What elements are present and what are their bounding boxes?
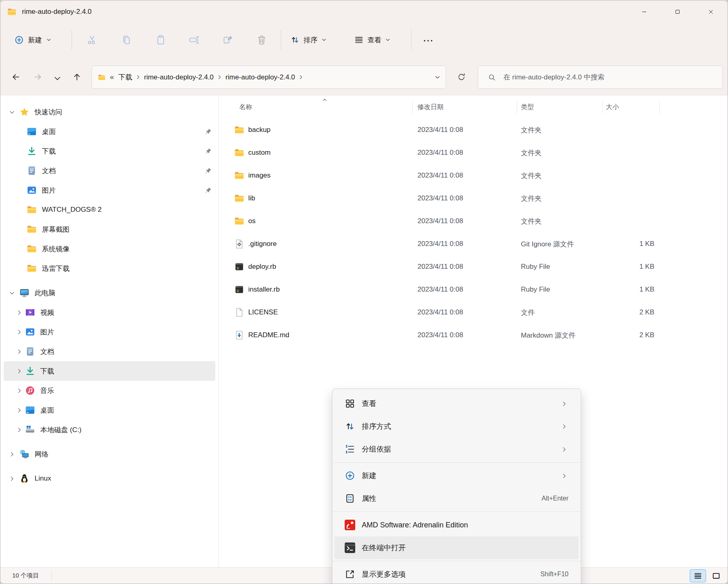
delete-button[interactable] bbox=[256, 34, 267, 46]
large-icons-view-button[interactable] bbox=[708, 569, 724, 582]
tree-chevron[interactable] bbox=[14, 386, 24, 395]
column-header-size[interactable]: 大小 bbox=[603, 96, 660, 119]
sidebar-item[interactable]: 图片 bbox=[4, 180, 215, 200]
tree-chevron[interactable] bbox=[7, 166, 17, 176]
column-header-name[interactable]: 名称 bbox=[219, 96, 413, 119]
file-size: 2 KB bbox=[603, 331, 660, 339]
rename-button[interactable] bbox=[188, 34, 200, 46]
moreopts-icon bbox=[345, 569, 355, 580]
tree-chevron[interactable] bbox=[7, 288, 17, 298]
tree-chevron[interactable] bbox=[14, 366, 24, 376]
file-row[interactable]: custom 2023/4/11 0:08 文件夹 bbox=[219, 141, 728, 164]
sidebar-item[interactable]: WATCH_DOGS® 2 bbox=[4, 200, 215, 220]
context-menu-item[interactable]: 新建 bbox=[332, 464, 581, 487]
context-menu-item[interactable]: 分组依据 bbox=[332, 438, 581, 461]
sidebar-item[interactable]: 屏幕截图 bbox=[4, 220, 215, 239]
close-button[interactable] bbox=[694, 0, 728, 23]
breadcrumb-label[interactable]: 下载 bbox=[116, 72, 135, 82]
search-box[interactable] bbox=[478, 66, 723, 89]
breadcrumb-label[interactable]: rime-auto-deploy-2.4.0 bbox=[223, 73, 298, 81]
file-row[interactable]: backup 2023/4/11 0:08 文件夹 bbox=[219, 119, 728, 141]
sidebar-item[interactable]: 快速访问 bbox=[4, 102, 215, 122]
new-button[interactable]: 新建 bbox=[11, 31, 55, 49]
sidebar-item[interactable]: 系统镜像 bbox=[4, 239, 215, 259]
breadcrumb-overflow[interactable]: « bbox=[110, 73, 114, 81]
sidebar-item[interactable]: 文档 bbox=[4, 161, 215, 180]
sidebar-item[interactable]: 桌面 bbox=[4, 400, 215, 420]
tree-chevron[interactable] bbox=[7, 185, 17, 195]
sidebar-item[interactable]: 图片 bbox=[4, 322, 215, 342]
menu-item-label: 在终端中打开 bbox=[362, 543, 406, 553]
tree-chevron[interactable] bbox=[14, 347, 24, 356]
sidebar-item[interactable]: 下载 bbox=[4, 361, 215, 381]
address-dropdown-icon[interactable] bbox=[434, 74, 441, 81]
context-menu-item[interactable]: AMD Software: Adrenalin Edition bbox=[332, 514, 581, 536]
sort-button[interactable]: 排序 bbox=[287, 31, 330, 49]
tree-chevron[interactable] bbox=[7, 449, 17, 459]
history-dropdown-button[interactable] bbox=[53, 74, 59, 81]
sidebar-item[interactable]: 文档 bbox=[4, 342, 215, 361]
search-input[interactable] bbox=[503, 73, 717, 82]
tree-chevron[interactable] bbox=[7, 224, 17, 234]
breadcrumb-item[interactable]: rime-auto-deploy-2.4.0 bbox=[141, 73, 223, 81]
minimize-button[interactable] bbox=[627, 0, 661, 23]
file-row[interactable]: os 2023/4/11 0:08 文件夹 bbox=[219, 210, 728, 233]
file-type: Git Ignore 源文件 bbox=[517, 239, 603, 249]
tree-chevron[interactable] bbox=[14, 307, 24, 317]
view-button[interactable]: 查看 bbox=[351, 31, 394, 49]
file-row[interactable]: README.md 2023/4/11 0:08 Markdown 源文件 2 … bbox=[219, 324, 728, 347]
menu-item-shortcut: Shift+F10 bbox=[540, 571, 568, 578]
context-menu-item[interactable]: 排序方式 bbox=[332, 415, 581, 438]
address-bar[interactable]: « 下载 rime-auto-deploy-2.4.0 rime-auto-de… bbox=[92, 66, 446, 89]
tree-chevron[interactable] bbox=[14, 425, 24, 435]
breadcrumb-item[interactable]: rime-auto-deploy-2.4.0 bbox=[223, 73, 304, 81]
tree-chevron[interactable] bbox=[14, 327, 24, 337]
sidebar-item[interactable]: 迅雷下载 bbox=[4, 259, 215, 278]
sidebar-item[interactable]: 本地磁盘 (C:) bbox=[4, 420, 215, 439]
forward-button[interactable] bbox=[33, 72, 42, 81]
more-button[interactable] bbox=[422, 35, 434, 46]
sidebar-item[interactable]: 桌面 bbox=[4, 122, 215, 141]
context-menu-item[interactable]: 属性 Alt+Enter bbox=[332, 487, 581, 510]
sidebar-item[interactable]: Linux bbox=[4, 469, 215, 488]
file-row[interactable]: images 2023/4/11 0:08 文件夹 bbox=[219, 164, 728, 187]
paste-button[interactable] bbox=[155, 34, 166, 46]
tree-chevron[interactable] bbox=[7, 107, 17, 117]
refresh-button[interactable] bbox=[457, 72, 466, 81]
rename-icon bbox=[188, 34, 200, 46]
breadcrumb-label[interactable]: rime-auto-deploy-2.4.0 bbox=[141, 73, 216, 81]
sidebar-item[interactable]: 此电脑 bbox=[4, 283, 215, 303]
sidebar-item[interactable]: 网络 bbox=[4, 444, 215, 464]
column-headers: 名称 修改日期 类型 大小 bbox=[219, 96, 728, 119]
tree-chevron[interactable] bbox=[7, 474, 17, 483]
file-row[interactable]: lib 2023/4/11 0:08 文件夹 bbox=[219, 187, 728, 210]
sidebar-item-label: 快速访问 bbox=[35, 108, 62, 117]
context-menu-item[interactable]: 显示更多选项 Shift+F10 bbox=[332, 563, 581, 584]
cut-button[interactable] bbox=[86, 34, 98, 46]
context-menu-item[interactable]: 在终端中打开 bbox=[334, 536, 579, 559]
tree-chevron[interactable] bbox=[14, 405, 24, 415]
sidebar-item[interactable]: 下载 bbox=[4, 141, 215, 161]
breadcrumb-item[interactable]: 下载 bbox=[116, 72, 141, 82]
share-button[interactable] bbox=[222, 34, 234, 46]
column-header-date[interactable]: 修改日期 bbox=[413, 96, 517, 119]
tree-chevron[interactable] bbox=[7, 263, 17, 273]
tree-chevron[interactable] bbox=[7, 146, 17, 156]
tree-chevron[interactable] bbox=[7, 205, 17, 215]
copy-button[interactable] bbox=[121, 34, 132, 46]
menu-item-label: 新建 bbox=[362, 471, 376, 481]
back-button[interactable] bbox=[11, 72, 20, 81]
file-row[interactable]: installer.rb 2023/4/11 0:08 Ruby File 1 … bbox=[219, 278, 728, 301]
context-menu-item[interactable]: 查看 bbox=[332, 392, 581, 415]
tree-chevron[interactable] bbox=[7, 244, 17, 254]
file-row[interactable]: LICENSE 2023/4/11 0:08 文件 2 KB bbox=[219, 301, 728, 324]
up-button[interactable] bbox=[72, 72, 81, 81]
maximize-button[interactable] bbox=[661, 0, 694, 23]
file-row[interactable]: .gitignore 2023/4/11 0:08 Git Ignore 源文件… bbox=[219, 233, 728, 255]
tree-chevron[interactable] bbox=[7, 127, 17, 136]
details-view-button[interactable] bbox=[690, 569, 706, 582]
column-header-type[interactable]: 类型 bbox=[517, 96, 603, 119]
sidebar-item[interactable]: 视频 bbox=[4, 303, 215, 322]
sidebar-item[interactable]: 音乐 bbox=[4, 381, 215, 400]
file-row[interactable]: deploy.rb 2023/4/11 0:08 Ruby File 1 KB bbox=[219, 255, 728, 278]
